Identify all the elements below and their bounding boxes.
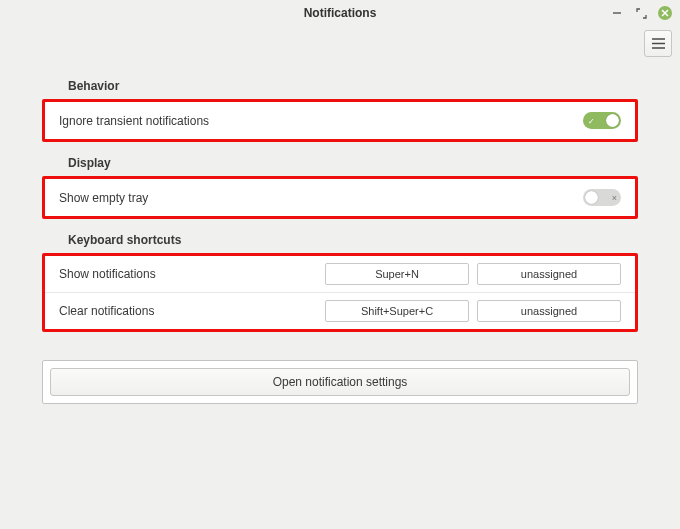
window-title: Notifications <box>304 6 377 20</box>
toggle-knob <box>585 191 598 204</box>
shortcut-secondary-show[interactable]: unassigned <box>477 263 621 285</box>
toggle-show-empty-tray[interactable]: × <box>583 189 621 206</box>
check-icon: ✓ <box>588 116 595 125</box>
shortcut-row-clear: Clear notifications Shift+Super+C unassi… <box>45 292 635 329</box>
panel-behavior: Ignore transient notifications ✓ <box>42 99 638 142</box>
shortcut-secondary-clear[interactable]: unassigned <box>477 300 621 322</box>
row-ignore-transient: Ignore transient notifications ✓ <box>45 102 635 139</box>
panel-display: Show empty tray × <box>42 176 638 219</box>
section-title-behavior: Behavior <box>42 79 638 93</box>
shortcut-row-show: Show notifications Super+N unassigned <box>45 256 635 292</box>
close-button[interactable] <box>658 6 672 20</box>
label-show-empty-tray: Show empty tray <box>59 191 148 205</box>
content: Behavior Ignore transient notifications … <box>0 61 680 404</box>
window-controls <box>610 0 672 26</box>
row-show-empty-tray: Show empty tray × <box>45 179 635 216</box>
shortcut-label-show: Show notifications <box>59 267 317 281</box>
x-icon: × <box>612 193 617 203</box>
hamburger-menu-button[interactable] <box>644 30 672 57</box>
toggle-ignore-transient[interactable]: ✓ <box>583 112 621 129</box>
label-ignore-transient: Ignore transient notifications <box>59 114 209 128</box>
section-title-display: Display <box>42 156 638 170</box>
open-notification-settings-button[interactable]: Open notification settings <box>50 368 630 396</box>
hamburger-icon <box>652 38 665 49</box>
panel-actions: Open notification settings <box>42 360 638 404</box>
panel-shortcuts: Show notifications Super+N unassigned Cl… <box>42 253 638 332</box>
minimize-button[interactable] <box>610 6 624 20</box>
shortcut-label-clear: Clear notifications <box>59 304 317 318</box>
toggle-knob <box>606 114 619 127</box>
maximize-button[interactable] <box>634 6 648 20</box>
section-title-shortcuts: Keyboard shortcuts <box>42 233 638 247</box>
titlebar: Notifications <box>0 0 680 26</box>
toolbar <box>0 26 680 61</box>
shortcut-primary-show[interactable]: Super+N <box>325 263 469 285</box>
shortcut-primary-clear[interactable]: Shift+Super+C <box>325 300 469 322</box>
